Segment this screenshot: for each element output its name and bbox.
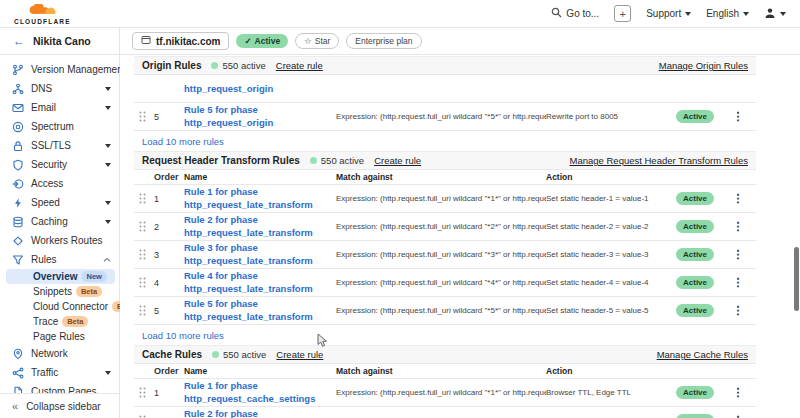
rule-name-link[interactable]: Rule 1 for phasehttp_request_cache_setti… bbox=[184, 380, 336, 405]
collapse-sidebar-label: Collapse sidebar bbox=[26, 401, 101, 412]
language-label: English bbox=[706, 8, 739, 19]
kebab-menu-icon[interactable]: ⋮ bbox=[733, 192, 744, 205]
status-badge: Active bbox=[676, 276, 714, 289]
access-icon bbox=[12, 178, 24, 190]
sidebar-item-workers-routes[interactable]: Workers Routes bbox=[0, 231, 119, 250]
back-arrow-icon[interactable]: ← bbox=[13, 34, 25, 48]
rule-name-line2: http_request_late_transform bbox=[184, 255, 336, 267]
manage-rules-link[interactable]: Manage Cache Rules bbox=[657, 349, 748, 360]
kebab-menu-icon[interactable]: ⋮ bbox=[733, 220, 744, 233]
rule-name-link[interactable]: Rule 2 for phasehttp_request_late_transf… bbox=[184, 214, 336, 239]
column-header-name: Name bbox=[184, 366, 336, 376]
language-menu[interactable]: English bbox=[706, 8, 749, 19]
active-status-dot bbox=[310, 157, 317, 164]
drag-handle-icon[interactable] bbox=[139, 305, 146, 316]
dns-icon bbox=[12, 83, 24, 95]
goto-search[interactable]: Go to... bbox=[551, 7, 599, 20]
kebab-menu-icon[interactable]: ⋮ bbox=[733, 386, 744, 399]
rule-name-line1: Rule 2 for phase bbox=[184, 214, 336, 226]
sidebar-item-network[interactable]: Network bbox=[0, 344, 119, 363]
sidebar-item-snippets[interactable]: SnippetsBeta bbox=[0, 284, 119, 299]
create-rule-link[interactable]: Create rule bbox=[276, 60, 323, 71]
drag-handle-icon[interactable] bbox=[139, 193, 146, 204]
status-badge: Active bbox=[676, 220, 714, 233]
rule-name-link[interactable]: Rule 5 for phasehttp_request_origin bbox=[184, 104, 336, 129]
manage-rules-link[interactable]: Manage Origin Rules bbox=[659, 60, 748, 71]
section-title: Cache Rules bbox=[142, 349, 202, 360]
sidebar-item-version-management[interactable]: Version Management bbox=[0, 60, 119, 79]
rule-name-link[interactable]: Rule 2 for phasehttp_request_cache_setti… bbox=[184, 408, 336, 418]
rule-action: Set static header-5 = value-5 bbox=[546, 306, 676, 315]
workers-routes-icon bbox=[12, 235, 24, 247]
active-status-dot bbox=[211, 62, 218, 69]
column-header-action: Action bbox=[546, 172, 676, 182]
kebab-menu-icon[interactable]: ⋮ bbox=[733, 304, 744, 317]
add-site-button[interactable]: + bbox=[614, 5, 631, 22]
sidebar-item-spectrum[interactable]: Spectrum bbox=[0, 117, 119, 136]
section-header-request-header-transform-rules: Request Header Transform Rules550 active… bbox=[134, 151, 756, 170]
star-button[interactable]: ☆ Star bbox=[295, 33, 339, 49]
active-count: 550 active bbox=[321, 155, 364, 166]
rule-order: 5 bbox=[150, 112, 184, 122]
scrollbar-thumb[interactable] bbox=[794, 247, 799, 311]
sidebar-item-access[interactable]: Access bbox=[0, 174, 119, 193]
load-more-rules-link[interactable]: Load 10 more rules bbox=[134, 327, 756, 343]
drag-handle-icon[interactable] bbox=[139, 277, 146, 288]
cloudflare-logo[interactable]: CLOUDFLARE bbox=[14, 2, 71, 26]
table-column-headers: OrderNameMatch againstAction bbox=[134, 364, 756, 379]
sidebar-item-trace[interactable]: TraceBeta bbox=[0, 314, 119, 329]
kebab-menu-icon[interactable]: ⋮ bbox=[733, 110, 744, 123]
kebab-menu-icon[interactable]: ⋮ bbox=[733, 248, 744, 261]
new-badge: New bbox=[81, 271, 106, 282]
drag-handle-icon[interactable] bbox=[139, 387, 146, 398]
table-column-headers: OrderNameMatch againstAction bbox=[134, 170, 756, 185]
create-rule-link[interactable]: Create rule bbox=[276, 349, 323, 360]
table-row: 2Rule 2 for phasehttp_request_cache_sett… bbox=[134, 407, 756, 418]
sidebar-item-ssl-tls[interactable]: SSL/TLS bbox=[0, 136, 119, 155]
rules-icon bbox=[12, 254, 24, 266]
drag-handle-icon[interactable] bbox=[139, 249, 146, 260]
rule-name-link[interactable]: http_request_origin bbox=[184, 83, 336, 94]
sidebar-item-cloud-connector[interactable]: Cloud ConnectorBeta bbox=[0, 299, 119, 314]
drag-handle-icon[interactable] bbox=[139, 221, 146, 232]
support-menu[interactable]: Support bbox=[646, 8, 691, 19]
rule-name-link[interactable]: Rule 5 for phasehttp_request_late_transf… bbox=[184, 298, 336, 323]
rule-name-line2: http_request_late_transform bbox=[184, 283, 336, 295]
active-status-dot bbox=[212, 351, 219, 358]
rule-name-link[interactable]: Rule 3 for phasehttp_request_late_transf… bbox=[184, 242, 336, 267]
sidebar-item-traffic[interactable]: Traffic bbox=[0, 363, 119, 382]
app-window: CLOUDFLARE Go to... + Support English bbox=[0, 0, 800, 418]
table-row: 1Rule 1 for phasehttp_request_cache_sett… bbox=[134, 379, 756, 407]
domain-selector[interactable]: tf.nikitac.com bbox=[132, 32, 229, 50]
column-header-match: Match against bbox=[336, 172, 546, 182]
table-row-partial: http_request_origin bbox=[134, 75, 756, 103]
sidebar-item-speed[interactable]: Speed bbox=[0, 193, 119, 212]
sidebar-item-dns[interactable]: DNS bbox=[0, 79, 119, 98]
manage-rules-link[interactable]: Manage Request Header Transform Rules bbox=[570, 155, 748, 166]
sidebar-item-label: Page Rules bbox=[33, 331, 85, 342]
sidebar-item-overview[interactable]: OverviewNew bbox=[6, 269, 115, 284]
sidebar-item-email[interactable]: Email bbox=[0, 98, 119, 117]
sidebar-item-security[interactable]: Security bbox=[0, 155, 119, 174]
chevron-down-icon bbox=[105, 106, 111, 110]
sidebar: Version ManagementDNSEmailSpectrumSSL/TL… bbox=[0, 55, 120, 418]
sidebar-item-caching[interactable]: Caching bbox=[0, 212, 119, 231]
sidebar-item-page-rules[interactable]: Page Rules bbox=[0, 329, 119, 344]
chevron-down-icon bbox=[105, 201, 111, 205]
collapse-sidebar-button[interactable]: «Collapse sidebar bbox=[0, 393, 119, 418]
rule-name-link[interactable]: Rule 4 for phasehttp_request_late_transf… bbox=[184, 270, 336, 295]
support-label: Support bbox=[646, 8, 681, 19]
rule-order: 2 bbox=[150, 222, 184, 232]
kebab-menu-icon[interactable]: ⋮ bbox=[733, 414, 744, 418]
user-menu[interactable] bbox=[764, 7, 786, 21]
sidebar-item-rules[interactable]: Rules bbox=[0, 250, 119, 269]
site-bar: tf.nikitac.com ✓ Active ☆ Star Enterpris… bbox=[120, 28, 800, 54]
section-request-header-transform-rules: Request Header Transform Rules550 active… bbox=[134, 151, 756, 343]
create-rule-link[interactable]: Create rule bbox=[374, 155, 421, 166]
kebab-menu-icon[interactable]: ⋮ bbox=[733, 276, 744, 289]
drag-handle-icon[interactable] bbox=[139, 111, 146, 122]
rule-name-line1: Rule 5 for phase bbox=[184, 298, 336, 310]
load-more-rules-link[interactable]: Load 10 more rules bbox=[134, 133, 756, 149]
rule-name-link[interactable]: Rule 1 for phasehttp_request_late_transf… bbox=[184, 186, 336, 211]
rule-name-line1: Rule 1 for phase bbox=[184, 380, 336, 392]
